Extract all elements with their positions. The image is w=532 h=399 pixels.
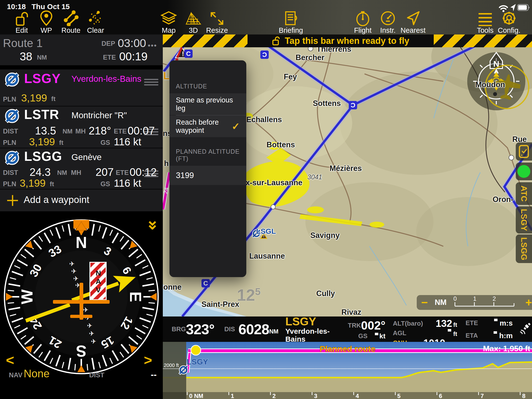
zoom-in-button[interactable]: + <box>525 296 532 309</box>
map-label: x-sur-Lausanne <box>246 178 302 187</box>
gauge-icon <box>381 10 395 26</box>
svg-text:6: 6 <box>439 393 442 399</box>
drag-handle[interactable] <box>144 77 158 86</box>
planned-altitude-field[interactable]: 3199 <box>169 166 246 185</box>
waypoint-row-lsgy[interactable]: LSGY Yverdon-les-Bains PLN 3,199 ft <box>0 69 163 106</box>
svg-text:C: C <box>186 50 191 57</box>
location-icon <box>509 3 517 12</box>
svg-text:5: 5 <box>397 393 400 399</box>
pln-label: PLN <box>3 96 16 103</box>
map-label: Cully <box>316 289 335 298</box>
map-label-fragment: h <box>164 159 169 168</box>
ready-to-fly-bar[interactable]: Tap this bar when ready to fly <box>163 34 532 47</box>
scale-ruler: 0 1 2 <box>452 296 516 309</box>
dis-label: DIS <box>224 325 235 333</box>
checklist-icon <box>518 145 529 158</box>
svg-text:✈: ✈ <box>91 338 96 345</box>
pln-value: 3,199 <box>29 136 55 148</box>
map-button[interactable]: Map <box>155 8 182 34</box>
popup-section-title: ALTITUDE <box>169 78 246 90</box>
map-label-fragment: L <box>163 70 170 82</box>
checklist-tab[interactable] <box>516 142 532 161</box>
hsi-compass: N36E1215S2124W3033 ✈✈✈✈✈✈✈✈✈✈ <box>0 217 163 377</box>
trk-value: 002° <box>361 319 385 332</box>
tab-lsgy[interactable]: LSGY <box>516 206 532 233</box>
route-header[interactable]: Route 1 DEP 03:00 ••• 38 NM ETE 00:19 <box>0 34 163 65</box>
map-label: onne <box>163 283 182 292</box>
alt-unit: ft <box>453 321 457 328</box>
svg-text:✈: ✈ <box>71 267 77 275</box>
hsi-next-button[interactable]: > <box>144 352 152 368</box>
add-waypoint-button[interactable]: Add a waypoint <box>0 189 163 211</box>
flight-button[interactable]: Flight <box>349 8 376 34</box>
gs-label: GS <box>358 332 368 340</box>
svg-text:C: C <box>350 101 355 109</box>
waypoint-row-lstr[interactable]: LSTR Montricher "R" DIST 13.5 NM MH 218°… <box>0 106 163 148</box>
dep-label: DEP <box>101 40 115 48</box>
nearest-button[interactable]: Nearest <box>399 8 427 34</box>
svg-text:4: 4 <box>356 393 359 399</box>
clear-route-icon <box>88 10 103 26</box>
map-label: Savigny <box>310 231 340 240</box>
unlock-icon <box>15 11 29 26</box>
svg-text:2: 2 <box>493 296 496 302</box>
dep-time: 03:00 <box>118 36 146 50</box>
route-title: Route 1 <box>3 36 43 50</box>
waypoint-code: LSTR <box>24 107 59 122</box>
dist-label: DIST <box>3 128 18 135</box>
tab-lsgg[interactable]: LSGG <box>516 234 532 263</box>
svg-text:2000 ft: 2000 ft <box>164 363 179 368</box>
map-label: Echallens <box>246 115 282 124</box>
3d-button[interactable]: 3D <box>180 8 207 34</box>
svg-text:8: 8 <box>522 393 525 399</box>
map-label: Bottens <box>266 140 295 149</box>
svg-text:✈: ✈ <box>69 260 75 267</box>
ete-placeholder <box>494 319 498 321</box>
tab-atc[interactable]: ATC <box>516 182 532 205</box>
active-waypoint-name: Yverdon-les-Bains <box>285 327 341 343</box>
clear-button[interactable]: Clear <box>82 8 109 34</box>
resize-button[interactable]: Resize <box>203 8 231 34</box>
wp-button[interactable]: WP <box>33 8 60 34</box>
dis-unit: NM <box>269 328 278 335</box>
brg-value: 323° <box>186 321 215 337</box>
nav-flag-text: NAV <box>95 269 102 294</box>
spot-elevation: 3041 <box>307 173 322 181</box>
active-waypoint-code: LSGY <box>285 316 341 327</box>
waypoint-name: Yverdon-les-Bains <box>71 74 141 84</box>
popup-section-title: PLANNED ALTITUDE (FT) <box>169 152 246 162</box>
nav-source-value[interactable]: None <box>24 367 50 380</box>
agl-unit: ft <box>453 331 457 337</box>
pln-unit: ft <box>59 139 63 147</box>
route-panel: Route 1 DEP 03:00 ••• 38 NM ETE 00:19 LS… <box>0 34 163 399</box>
gs-unit: kt <box>379 332 385 340</box>
map-view[interactable]: ! ! C C C C <box>163 34 532 316</box>
waypoint-row-lsgg[interactable]: LSGG Genève DIST 24.3 NM MH 207 ETE 00:1… <box>0 148 163 189</box>
ete-label: ETE <box>114 128 127 135</box>
eta-unit: h:m <box>499 332 513 340</box>
check-icon: ✓ <box>232 121 240 132</box>
hsi-prev-button[interactable]: < <box>6 352 14 368</box>
mh-value: 218° <box>89 125 111 137</box>
route-button[interactable]: Route <box>57 8 84 34</box>
gps-status-tab[interactable] <box>516 163 532 180</box>
alt-value: 132 <box>436 318 452 329</box>
pln-label: PLN <box>3 139 16 147</box>
more-button[interactable]: ••• <box>148 41 157 50</box>
brg-label: BRG <box>172 325 186 333</box>
agl-label: AGL <box>393 329 406 337</box>
waypoint-pin-icon <box>40 10 52 26</box>
top-toolbar: 10:18 Thu Oct 15 Edit WP Route <box>0 0 532 34</box>
gear-icon <box>501 10 517 26</box>
briefing-button[interactable]: Briefing <box>277 8 304 34</box>
option-reach-before-waypoint[interactable]: Reach before waypoint ✓ <box>169 116 246 137</box>
plus-icon <box>6 194 19 207</box>
tools-button[interactable]: Tools <box>472 8 499 34</box>
edit-button[interactable]: Edit <box>8 8 35 34</box>
instruments-button[interactable]: Instr. <box>374 8 401 34</box>
gs-placeholder <box>375 333 378 335</box>
svg-text:C: C <box>262 51 267 58</box>
option-same-as-previous[interactable]: Same as previous leg <box>169 93 246 115</box>
altitude-popup: ALTITUDE Same as previous leg Reach befo… <box>169 60 246 277</box>
zoom-out-button[interactable]: − <box>421 296 428 309</box>
